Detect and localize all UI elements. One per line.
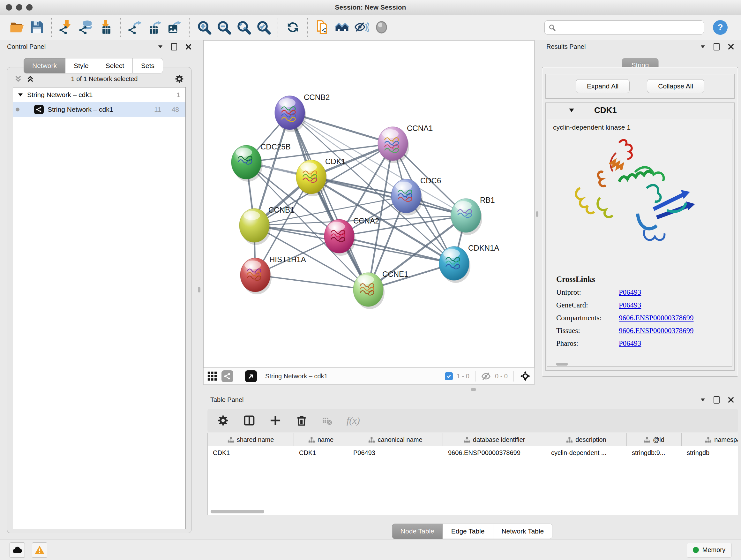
tree-expander-icon[interactable] — [18, 92, 23, 98]
node-label-CCNE1: CCNE1 — [382, 270, 408, 278]
node-CCNB2[interactable]: CCNB2 — [275, 93, 330, 132]
memory-button[interactable]: Memory — [687, 543, 731, 557]
cloud-status-button[interactable] — [10, 543, 25, 558]
column-header[interactable]: @id — [627, 433, 682, 446]
node-CDK1[interactable]: CDK1 — [296, 157, 346, 196]
tab-network-table[interactable]: Network Table — [493, 523, 552, 539]
cell-description[interactable]: cyclin-dependent ... — [546, 446, 627, 459]
grid-view-icon[interactable] — [207, 371, 218, 381]
help-button[interactable]: ? — [713, 20, 728, 35]
network-canvas[interactable]: CCNB2CCNA1CDC25BCDK1CDC6RB1CCNB1CCNA2CDK… — [203, 40, 535, 368]
network-share-icon[interactable] — [221, 370, 233, 382]
cell-database-identifier[interactable]: 9606.ENSP00000378699 — [443, 446, 546, 459]
crosslink-genecard[interactable]: P06493 — [619, 301, 641, 309]
splitter-handle-right[interactable] — [536, 211, 538, 217]
refresh-view-button[interactable] — [283, 17, 302, 38]
column-header[interactable]: namespace — [682, 433, 738, 446]
tab-node-table[interactable]: Node Table — [392, 523, 443, 539]
panel-menu-icon[interactable] — [700, 397, 705, 402]
zoom-out-button[interactable] — [214, 17, 233, 38]
panel-close-icon[interactable] — [728, 397, 734, 403]
warning-status-button[interactable] — [32, 543, 47, 558]
gear-icon[interactable] — [175, 74, 184, 84]
node-CCNB1[interactable]: CCNB1 — [239, 206, 294, 245]
table-row[interactable]: CDK1 CDK1 P06493 9606.ENSP00000378699 cy… — [208, 446, 738, 459]
panel-float-icon[interactable] — [714, 43, 720, 51]
node-CDC6[interactable]: CDC6 — [391, 176, 441, 215]
crosslink-compartments[interactable]: 9606.ENSP00000378699 — [619, 314, 694, 322]
horizontal-scrollbar-thumb[interactable] — [211, 510, 264, 513]
show-columns-icon[interactable] — [243, 415, 255, 427]
zoom-fit-button[interactable] — [233, 17, 253, 38]
search-input[interactable] — [544, 20, 704, 35]
panel-close-icon[interactable] — [728, 44, 734, 50]
cell-name[interactable]: CDK1 — [294, 446, 348, 459]
column-header[interactable]: database identifier — [443, 433, 546, 446]
network-collection-row[interactable]: String Network – cdk1 1 — [13, 87, 185, 102]
show-all-button[interactable] — [372, 17, 391, 38]
node-HIST1H1A[interactable]: HIST1H1A — [240, 255, 306, 294]
delete-column-icon[interactable] — [295, 415, 308, 427]
column-header[interactable]: name — [294, 433, 348, 446]
inner-scrollbar-thumb[interactable] — [556, 363, 568, 366]
add-column-icon[interactable] — [269, 415, 281, 427]
tab-network[interactable]: Network — [23, 58, 65, 73]
home-button[interactable] — [332, 17, 352, 38]
export-network-button[interactable] — [125, 17, 145, 38]
open-session-button[interactable] — [7, 17, 27, 38]
panel-float-icon[interactable] — [171, 43, 177, 51]
splitter-handle-left[interactable] — [198, 287, 200, 293]
tab-select[interactable]: Select — [97, 58, 133, 73]
tab-style[interactable]: Style — [65, 58, 97, 73]
table-settings-gear-icon[interactable] — [217, 415, 229, 427]
edge-CCNA2-CDKN1A[interactable] — [339, 236, 454, 263]
birdseye-view-icon[interactable] — [245, 370, 257, 382]
import-table-button[interactable] — [96, 17, 116, 38]
cell-shared-name[interactable]: CDK1 — [208, 446, 294, 459]
crosslink-pharos[interactable]: P06493 — [619, 339, 641, 348]
import-network-database-button[interactable] — [76, 17, 96, 38]
node-CDC25B[interactable]: CDC25B — [231, 142, 291, 182]
panel-float-icon[interactable] — [714, 396, 720, 403]
crosslink-tissues[interactable]: 9606.ENSP00000378699 — [619, 327, 694, 335]
tab-sets[interactable]: Sets — [133, 58, 163, 73]
export-table-button[interactable] — [145, 17, 165, 38]
collapse-all-icon[interactable] — [14, 75, 22, 83]
zoom-in-button[interactable] — [194, 17, 214, 38]
panel-close-icon[interactable] — [185, 44, 192, 50]
crosslinks-section: CrossLinks Uniprot:P06493 GeneCard:P0649… — [556, 275, 732, 348]
tab-edge-table[interactable]: Edge Table — [443, 523, 493, 539]
node-CCNA2[interactable]: CCNA2 — [324, 216, 379, 256]
panel-menu-icon[interactable] — [700, 44, 705, 49]
collection-count: 1 — [177, 91, 180, 99]
node-CCNA1[interactable]: CCNA1 — [378, 124, 433, 163]
crosshair-icon[interactable] — [520, 370, 531, 382]
column-header[interactable]: description — [546, 433, 627, 446]
column-header[interactable]: canonical name — [348, 433, 443, 446]
node-RB1[interactable]: RB1 — [451, 196, 495, 235]
expand-all-icon[interactable] — [26, 75, 34, 83]
crosslink-uniprot[interactable]: P06493 — [619, 288, 641, 297]
entry-expander-icon[interactable] — [569, 107, 575, 113]
cell-canonical-name[interactable]: P06493 — [348, 446, 443, 459]
network-row[interactable]: String Network – cdk1 11 48 — [13, 102, 185, 117]
cell-id[interactable]: stringdb:9... — [627, 446, 682, 459]
zoom-out-icon — [216, 20, 231, 35]
expand-all-button[interactable]: Expand All — [576, 79, 630, 93]
collapse-all-button[interactable]: Collapse All — [647, 79, 704, 93]
hide-selected-button[interactable] — [352, 17, 372, 38]
import-network-file-button[interactable] — [56, 17, 76, 38]
cell-namespace[interactable]: stringdb — [682, 446, 738, 459]
panel-menu-icon[interactable] — [158, 44, 163, 49]
zoom-fit-icon — [236, 20, 251, 35]
edge-HIST1H1A-CCNE1[interactable] — [255, 275, 368, 290]
save-session-button[interactable] — [27, 17, 47, 38]
share-document-button[interactable] — [312, 17, 332, 38]
export-image-button[interactable] — [165, 17, 185, 38]
splitter-handle-bottom[interactable] — [471, 388, 476, 391]
zoom-selected-button[interactable] — [253, 17, 273, 38]
node-CDKN1A[interactable]: CDKN1A — [439, 244, 499, 283]
node-CCNE1[interactable]: CCNE1 — [353, 270, 408, 309]
column-header[interactable]: shared name — [208, 433, 294, 446]
selected-checkbox-icon[interactable] — [445, 372, 453, 380]
